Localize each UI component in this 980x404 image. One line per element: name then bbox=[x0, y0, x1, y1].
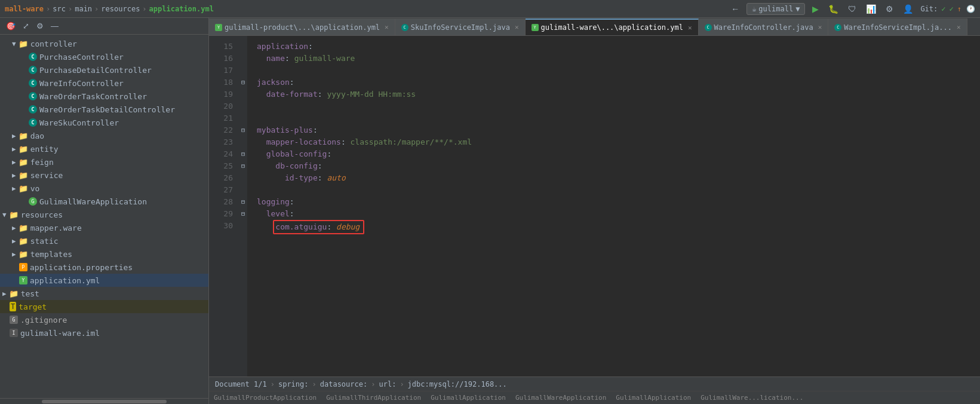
status-sep4: › bbox=[400, 380, 404, 388]
bottom-tab-1[interactable]: GulimallProductApplication bbox=[214, 394, 317, 402]
bottom-tab-2[interactable]: GulimallThirdApplication bbox=[326, 394, 421, 402]
sidebar-item-feign[interactable]: 📁 feign bbox=[0, 155, 208, 169]
sidebar-item-test[interactable]: 📁 test bbox=[0, 287, 208, 300]
fold-gutter-item bbox=[239, 65, 247, 76]
debug-button[interactable]: 🐛 bbox=[826, 3, 841, 15]
sidebar-item-label: resources bbox=[21, 210, 63, 219]
folder-icon: 📁 bbox=[19, 171, 28, 180]
code-area[interactable]: application: name: gulimall-ware jackson… bbox=[247, 36, 980, 377]
gitignore-icon: G bbox=[10, 316, 18, 324]
folder-icon: 📁 bbox=[9, 289, 19, 298]
sidebar-item-label: WareOrderTaskController bbox=[39, 92, 147, 101]
code-line-29: level: bbox=[257, 208, 980, 220]
code-line-20 bbox=[257, 100, 980, 112]
line-num: 27 bbox=[209, 184, 233, 196]
breadcrumb-main: main bbox=[75, 5, 92, 13]
sidebar-item-static[interactable]: 📁 static bbox=[0, 234, 208, 247]
sidebar-item-label: GulimallWareApplication bbox=[39, 197, 147, 206]
line-num: 25 bbox=[209, 160, 233, 172]
sidebar-item-gitignore[interactable]: G .gitignore bbox=[0, 313, 208, 326]
project-selector[interactable]: ☕ gulimall ▼ bbox=[746, 3, 805, 15]
tab-label: WareInfoController.java bbox=[714, 23, 813, 32]
arrow-icon bbox=[12, 237, 16, 245]
bottom-tab-5[interactable]: GulimallApplication bbox=[616, 394, 691, 402]
sidebar-item-label: templates bbox=[30, 250, 72, 259]
sidebar-tree: 📁 controller C PurchaseController C Purc… bbox=[0, 35, 208, 398]
tab-close-icon[interactable]: ✕ bbox=[688, 24, 692, 32]
sidebar-item-wareinfo-controller[interactable]: C WareInfoController bbox=[0, 76, 208, 90]
fold-gutter-item: ⊟ bbox=[239, 160, 247, 172]
sidebar-item-gulimall-ware-app[interactable]: G GulimallWareApplication bbox=[0, 195, 208, 208]
folder-icon: 📁 bbox=[19, 250, 28, 259]
sidebar-item-vo[interactable]: 📁 vo bbox=[0, 182, 208, 195]
tab-label: gulimall-ware\...\application.yml bbox=[541, 23, 683, 32]
run-button[interactable]: ▶ bbox=[810, 3, 821, 15]
status-spring: spring: bbox=[278, 380, 309, 388]
sidebar-close-button[interactable]: — bbox=[48, 20, 61, 32]
java-cyan-icon: C bbox=[29, 118, 37, 127]
git-arrow-up: ↑ bbox=[957, 5, 961, 13]
sidebar-item-label: PurchaseController bbox=[39, 53, 124, 62]
tab-gulimall-ware-yaml[interactable]: Y gulimall-ware\...\application.yml ✕ bbox=[526, 19, 699, 35]
status-document: Document 1/1 bbox=[215, 380, 267, 388]
breadcrumb-src: src bbox=[53, 5, 66, 13]
sidebar-item-resources[interactable]: 📁 resources bbox=[0, 208, 208, 221]
arrow-icon bbox=[12, 172, 16, 179]
sidebar-item-purchase-detail-controller[interactable]: C PurchaseDetailController bbox=[0, 63, 208, 76]
sidebar-item-label: vo bbox=[30, 184, 40, 193]
sidebar-item-target[interactable]: T target bbox=[0, 300, 208, 313]
user-button[interactable]: 👤 bbox=[901, 3, 916, 15]
tab-wareinfo-service-impl[interactable]: C WareInfoServiceImpl.ja... ✕ bbox=[828, 19, 967, 35]
sidebar-item-application-properties[interactable]: P application.properties bbox=[0, 261, 208, 274]
app-icon: G bbox=[29, 197, 37, 206]
arrow-icon bbox=[12, 158, 16, 166]
sidebar-item-dao[interactable]: 📁 dao bbox=[0, 129, 208, 142]
code-line-27 bbox=[257, 184, 980, 196]
settings-button[interactable]: ⚙ bbox=[883, 3, 896, 15]
line-num: 20 bbox=[209, 100, 233, 112]
breadcrumb-sep1: › bbox=[46, 5, 50, 13]
back-button[interactable]: ← bbox=[729, 3, 742, 15]
folder-icon: 📁 bbox=[9, 210, 19, 219]
code-line-26: id-type: auto bbox=[257, 172, 980, 184]
tab-skuinfo-service-impl[interactable]: C SkuInfoServiceImpl.java ✕ bbox=[395, 19, 526, 35]
sidebar-item-controller[interactable]: 📁 controller bbox=[0, 37, 208, 50]
sidebar-item-label: application.properties bbox=[30, 263, 133, 272]
sidebar-item-entity[interactable]: 📁 entity bbox=[0, 142, 208, 155]
code-line-30: com.atguigu: debug bbox=[257, 220, 980, 234]
sidebar-item-label: static bbox=[30, 237, 59, 246]
tab-wareinfo-controller[interactable]: C WareInfoController.java ✕ bbox=[699, 19, 829, 35]
sidebar-expand-button[interactable]: ⤢ bbox=[20, 20, 32, 32]
status-bar: Document 1/1 › spring: › datasource: › u… bbox=[209, 377, 980, 391]
project-icon: ☕ bbox=[752, 5, 756, 13]
sidebar-item-application-yaml[interactable]: Y application.yml bbox=[0, 274, 208, 287]
sidebar-item-templates[interactable]: 📁 templates bbox=[0, 247, 208, 261]
tab-close-icon[interactable]: ✕ bbox=[515, 23, 519, 31]
code-line-19: date-format: yyyy-MM-dd HH:mm:ss bbox=[257, 88, 980, 100]
sidebar-item-mapper-ware[interactable]: 📁 mapper.ware bbox=[0, 221, 208, 234]
git-check1: ✓ bbox=[941, 5, 945, 13]
bottom-tab-4[interactable]: GulimallWareApplication bbox=[515, 394, 606, 402]
coverage-button[interactable]: 🛡 bbox=[846, 3, 859, 15]
profile-button[interactable]: 📊 bbox=[864, 3, 878, 15]
tab-close-icon[interactable]: ✕ bbox=[957, 23, 961, 31]
sidebar-item-wareordertask-controller[interactable]: C WareOrderTaskController bbox=[0, 90, 208, 103]
tab-label: SkuInfoServiceImpl.java bbox=[411, 23, 510, 32]
main-layout: 🎯 ⤢ ⚙ — 📁 controller C PurchaseControlle… bbox=[0, 18, 980, 404]
code-line-28: logging: bbox=[257, 196, 980, 208]
sidebar-item-purchase-controller[interactable]: C PurchaseController bbox=[0, 50, 208, 63]
sidebar-locate-button[interactable]: 🎯 bbox=[4, 20, 18, 32]
sidebar-item-service[interactable]: 📁 service bbox=[0, 169, 208, 182]
sidebar-item-waresku-controller[interactable]: C WareSkuController bbox=[0, 116, 208, 129]
arrow-icon bbox=[2, 290, 7, 298]
tab-gulimall-product-yaml[interactable]: Y gulimall-product\...\application.yml ✕ bbox=[209, 19, 395, 35]
sidebar-item-iml[interactable]: I gulimall-ware.iml bbox=[0, 326, 208, 339]
sidebar-item-wareordertaskdetail-controller[interactable]: C WareOrderTaskDetailController bbox=[0, 103, 208, 116]
code-line-18: jackson: bbox=[257, 76, 980, 88]
bottom-tab-3[interactable]: GulimallApplication bbox=[431, 394, 506, 402]
tab-close-icon[interactable]: ✕ bbox=[818, 23, 822, 31]
tab-close-icon[interactable]: ✕ bbox=[385, 23, 389, 31]
sidebar-settings-button[interactable]: ⚙ bbox=[34, 20, 46, 32]
arrow-icon bbox=[12, 185, 16, 192]
bottom-tab-6[interactable]: GulimallWare...lication... bbox=[701, 394, 803, 402]
